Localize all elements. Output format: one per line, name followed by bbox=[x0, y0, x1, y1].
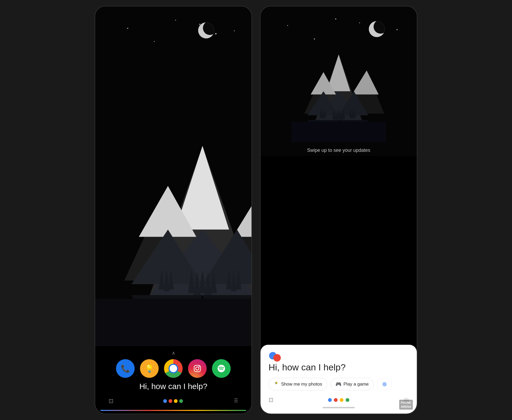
svg-point-26 bbox=[199, 366, 200, 367]
grid-icon-left: ⠿ bbox=[234, 398, 238, 405]
star bbox=[287, 25, 288, 26]
swipe-hint bbox=[101, 350, 246, 356]
assistant-greeting-right: Hi, how can I help? bbox=[269, 362, 409, 373]
assistant-text-left: Hi, how can I help? bbox=[101, 382, 246, 391]
star bbox=[335, 18, 336, 19]
star bbox=[199, 24, 200, 25]
svg-point-27 bbox=[163, 399, 167, 403]
wallpaper-right: Swipe up to see your updates bbox=[261, 6, 417, 156]
google-color-bar-left bbox=[101, 410, 246, 411]
svg-point-28 bbox=[169, 399, 172, 403]
app-dock: 📞 💡 bbox=[101, 359, 246, 378]
app-icon-tips[interactable]: 💡 bbox=[140, 359, 159, 378]
star bbox=[234, 30, 235, 31]
chip-photos-label: Show me my photos bbox=[281, 382, 322, 387]
app-icon-instagram[interactable] bbox=[188, 359, 207, 378]
listen-dot-green bbox=[346, 398, 349, 402]
svg-marker-36 bbox=[352, 70, 379, 94]
phone-bottom-left: 📞 💡 bbox=[95, 346, 251, 414]
moon-icon bbox=[198, 22, 214, 38]
chip-extra[interactable] bbox=[377, 378, 392, 390]
assistant-card: Hi, how can I help? Show me my photos bbox=[261, 345, 417, 414]
mountain-scene bbox=[95, 91, 251, 346]
svg-point-25 bbox=[196, 367, 199, 370]
chip-game[interactable]: 🎮 Play a game bbox=[330, 378, 374, 390]
swipe-label: Swipe up to see your updates bbox=[261, 148, 417, 153]
app-container: 📞 💡 bbox=[0, 0, 512, 420]
game-chip-icon: 🎮 bbox=[335, 381, 341, 387]
wallpaper-left bbox=[95, 6, 251, 346]
tv-icon-left: ⊡ bbox=[109, 398, 113, 405]
svg-point-56 bbox=[273, 354, 281, 362]
phone-bottom-bar-left: ⊡ ⠿ bbox=[101, 395, 246, 410]
listen-dot-yellow bbox=[340, 398, 343, 402]
listen-dot-blue bbox=[328, 398, 332, 402]
chip-game-label: Play a game bbox=[343, 382, 369, 387]
star bbox=[175, 20, 176, 21]
tv-icon-right: ⊡ bbox=[269, 397, 273, 403]
photos-chip-icon bbox=[274, 381, 279, 387]
star bbox=[154, 41, 155, 42]
listening-dots bbox=[328, 398, 349, 402]
star bbox=[397, 29, 398, 30]
listen-dot-red bbox=[334, 398, 338, 402]
svg-point-57 bbox=[382, 382, 387, 386]
star bbox=[127, 28, 128, 29]
svg-marker-5 bbox=[233, 182, 251, 237]
google-dots-left bbox=[163, 399, 184, 403]
star bbox=[359, 22, 360, 23]
svg-point-29 bbox=[174, 399, 178, 403]
star bbox=[215, 33, 217, 34]
svg-rect-54 bbox=[291, 122, 386, 142]
svg-rect-23 bbox=[95, 299, 251, 346]
chip-photos[interactable]: Show me my photos bbox=[269, 378, 327, 390]
phone-left: 📞 💡 bbox=[95, 6, 252, 414]
watermark: PHONE ARENA bbox=[399, 400, 413, 410]
phone-right: Swipe up to see your updates Hi, how can… bbox=[260, 6, 417, 414]
suggestion-chips: Show me my photos 🎮 Play a game bbox=[269, 378, 409, 390]
app-icon-phone[interactable]: 📞 bbox=[116, 359, 135, 378]
mountain-scene-right bbox=[261, 30, 417, 142]
svg-point-30 bbox=[179, 399, 183, 403]
app-icon-chrome[interactable] bbox=[164, 359, 183, 378]
assistant-logo bbox=[269, 351, 409, 362]
app-icon-spotify[interactable] bbox=[212, 359, 231, 378]
assistant-bottom-bar: ⊡ ◎ bbox=[269, 395, 409, 405]
home-bar bbox=[323, 407, 355, 408]
